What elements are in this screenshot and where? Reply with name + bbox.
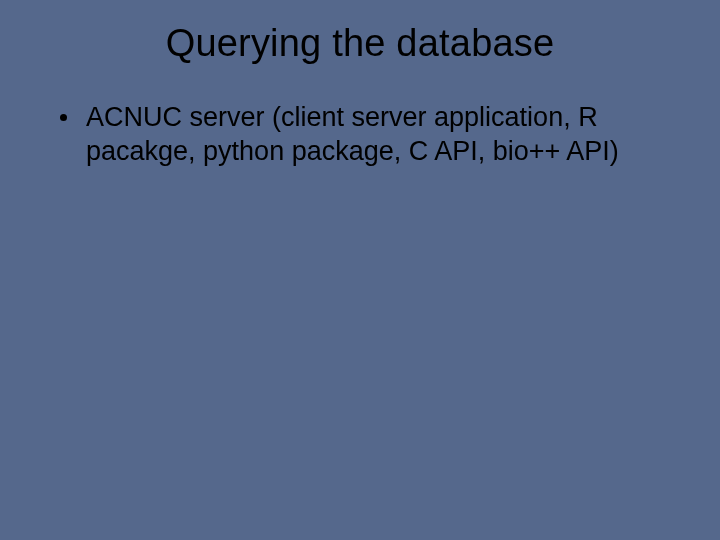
bullet-list: ACNUC server (client server application,… bbox=[58, 101, 664, 169]
slide: Querying the database ACNUC server (clie… bbox=[0, 0, 720, 540]
list-item: ACNUC server (client server application,… bbox=[58, 101, 664, 169]
bullet-text: ACNUC server (client server application,… bbox=[86, 102, 619, 166]
slide-body: ACNUC server (client server application,… bbox=[0, 101, 720, 169]
slide-title: Querying the database bbox=[0, 22, 720, 65]
